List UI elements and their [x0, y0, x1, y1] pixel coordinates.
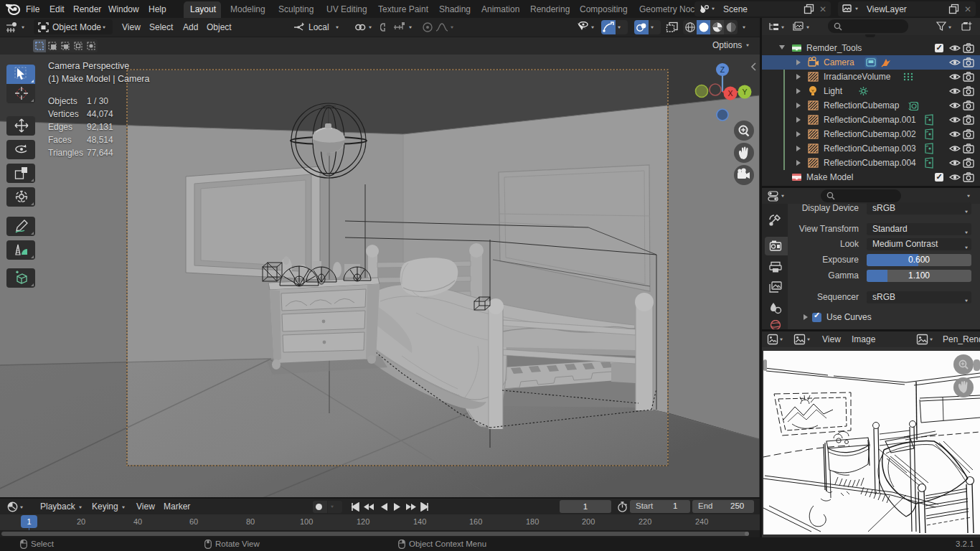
svg-text:Z: Z — [720, 65, 725, 74]
svg-text:X: X — [727, 89, 732, 98]
svg-text:Y: Y — [742, 88, 747, 96]
